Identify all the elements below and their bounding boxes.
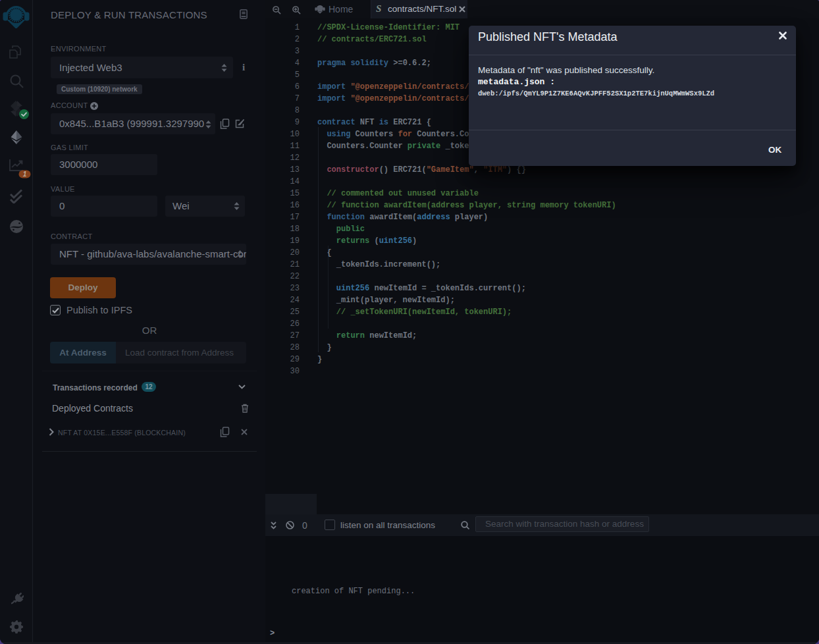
svg-text:1: 1: [23, 171, 27, 178]
